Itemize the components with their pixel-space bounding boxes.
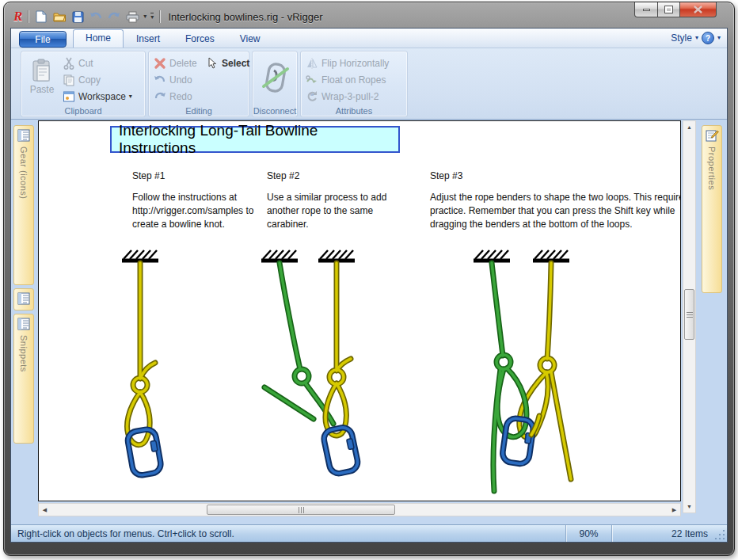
redo-icon[interactable] <box>107 10 121 24</box>
redo-button[interactable]: Redo <box>154 89 197 105</box>
minimize-button[interactable] <box>634 2 658 17</box>
app-window: File Home Insert Forces View Style ▾ ? ▾ <box>10 28 728 543</box>
disconnect-button[interactable] <box>261 59 290 99</box>
group-disconnect: Disconnect <box>252 51 298 117</box>
flip-horizontally-label: Flip Horizontally <box>321 58 389 69</box>
new-file-icon[interactable] <box>34 10 48 24</box>
rigging-canvas[interactable]: Interlocking Long-Tail Bowline Instructi… <box>38 120 681 501</box>
file-tab[interactable]: File <box>19 31 67 48</box>
sidebar-tab-gear-icons[interactable]: Gear (icons) <box>13 125 34 285</box>
paste-icon <box>32 59 52 82</box>
disconnect-group-label: Disconnect <box>253 106 297 116</box>
tab-insert[interactable]: Insert <box>124 30 173 48</box>
sidebar-tab-label: Gear (icons) <box>19 147 29 200</box>
float-on-ropes-icon <box>306 74 318 86</box>
resize-grip[interactable] <box>716 525 727 542</box>
minimize-icon <box>643 9 650 11</box>
vertical-scroll-thumb[interactable] <box>684 289 694 340</box>
panel-icon <box>17 292 30 305</box>
copy-button[interactable]: Copy <box>63 72 132 88</box>
delete-button[interactable]: Delete <box>154 55 197 71</box>
scroll-left-button[interactable]: ◀ <box>39 504 51 516</box>
float-on-ropes-button[interactable]: Float on Ropes <box>306 72 389 88</box>
editing-group-label: Editing <box>149 106 249 116</box>
delete-icon <box>154 57 166 70</box>
maximize-button[interactable] <box>658 2 680 17</box>
undo-button[interactable]: Undo <box>154 72 197 88</box>
main-area: Gear (icons) Snippets Properties Interlo… <box>11 120 727 524</box>
horizontal-scroll-thumb[interactable] <box>207 505 395 515</box>
open-file-icon[interactable] <box>52 10 67 24</box>
ribbon: Paste Cut Copy Workspace ▾ <box>11 48 727 120</box>
flip-horizontally-button[interactable]: Flip Horizontally <box>306 55 389 71</box>
anchor-icon <box>533 250 569 261</box>
delete-label: Delete <box>169 58 197 69</box>
app-logo-icon[interactable]: R <box>13 9 22 25</box>
sidebar-tab-properties[interactable]: Properties <box>702 125 722 293</box>
tab-view[interactable]: View <box>227 30 273 48</box>
workspace-label: Workspace <box>78 91 126 102</box>
scroll-down-button[interactable]: ▼ <box>683 501 695 512</box>
sidebar-tab-snippets[interactable]: Snippets <box>13 314 34 444</box>
group-clipboard: Paste Cut Copy Workspace ▾ <box>21 51 146 117</box>
step3-body[interactable]: Adjust the rope benders to shape the two… <box>430 191 681 231</box>
float-on-ropes-label: Float on Ropes <box>321 74 386 86</box>
step3-heading[interactable]: Step #3 <box>430 170 462 181</box>
cut-icon <box>63 57 75 70</box>
style-menu[interactable]: Style <box>671 32 692 44</box>
save-icon[interactable] <box>70 10 85 24</box>
step1-heading[interactable]: Step #1 <box>132 170 165 181</box>
sidebar-tab-label: Properties <box>707 147 717 190</box>
wrap-3-pull-2-label: Wrap-3-pull-2 <box>321 91 379 102</box>
close-icon <box>694 6 702 13</box>
paste-button[interactable]: Paste <box>26 55 58 105</box>
cut-button[interactable]: Cut <box>63 55 132 71</box>
scroll-right-button[interactable]: ▶ <box>668 504 680 516</box>
step2-body[interactable]: Use a similar process to add another rop… <box>267 191 403 231</box>
step2-drawing[interactable] <box>257 250 391 481</box>
select-button[interactable]: Select ▾ <box>206 55 256 71</box>
carabiner-icon <box>127 428 162 476</box>
group-editing: Delete Undo Redo Select ▾ Edi <box>148 51 249 117</box>
vertical-scrollbar[interactable]: ▲ ▼ <box>683 120 696 513</box>
window-controls <box>634 2 717 17</box>
redo-label: Redo <box>169 91 192 102</box>
customize-qat-icon[interactable]: ▾ <box>150 13 154 21</box>
window-frame: R ▾ ▾ Interlocking bowlines <box>3 2 735 556</box>
horizontal-scrollbar[interactable]: ◀ ▶ <box>38 503 681 516</box>
anchor-icon <box>318 250 355 261</box>
step1-drawing[interactable] <box>114 250 241 481</box>
copy-label: Copy <box>78 74 101 86</box>
undo-icon <box>154 74 166 86</box>
workspace-dropdown-icon: ▾ <box>129 93 132 100</box>
wrap-3-pull-2-button[interactable]: w Wrap-3-pull-2 <box>306 89 389 105</box>
scroll-up-button[interactable]: ▲ <box>683 121 695 133</box>
help-icon[interactable]: ? <box>702 32 714 44</box>
print-icon[interactable] <box>125 10 139 24</box>
style-dropdown-icon[interactable]: ▾ <box>695 35 698 41</box>
zoom-level[interactable]: 90% <box>565 525 611 542</box>
help-dropdown-icon[interactable]: ▾ <box>717 35 721 41</box>
separator <box>159 10 160 23</box>
anchor-icon <box>261 250 298 261</box>
tab-home[interactable]: Home <box>73 29 124 48</box>
attributes-group-label: Attributes <box>301 106 407 116</box>
undo-icon[interactable] <box>89 10 103 24</box>
print-dropdown-icon[interactable]: ▾ <box>143 13 146 20</box>
step1-body[interactable]: Follow the instructions at http://vrigge… <box>132 191 275 231</box>
disconnect-icon <box>261 59 290 96</box>
step3-drawing[interactable] <box>455 250 614 501</box>
clipboard-group-label: Clipboard <box>21 106 145 116</box>
cut-label: Cut <box>78 58 93 69</box>
step2-heading[interactable]: Step #2 <box>267 170 299 181</box>
canvas-title-box[interactable]: Interlocking Long-Tail Bowline Instructi… <box>110 126 400 153</box>
tab-forces[interactable]: Forces <box>173 30 227 48</box>
workspace-button[interactable]: Workspace ▾ <box>63 89 132 105</box>
sidebar-tab-gear-text[interactable] <box>13 288 34 310</box>
titlebar: R ▾ ▾ Interlocking bowlines <box>10 6 728 28</box>
close-button[interactable] <box>680 2 717 17</box>
redo-icon <box>154 90 166 103</box>
status-bar: Right-click on objects for menus. Ctrl+c… <box>11 524 727 542</box>
item-count: 22 Items <box>611 525 716 542</box>
flip-horizontally-icon <box>306 57 318 70</box>
